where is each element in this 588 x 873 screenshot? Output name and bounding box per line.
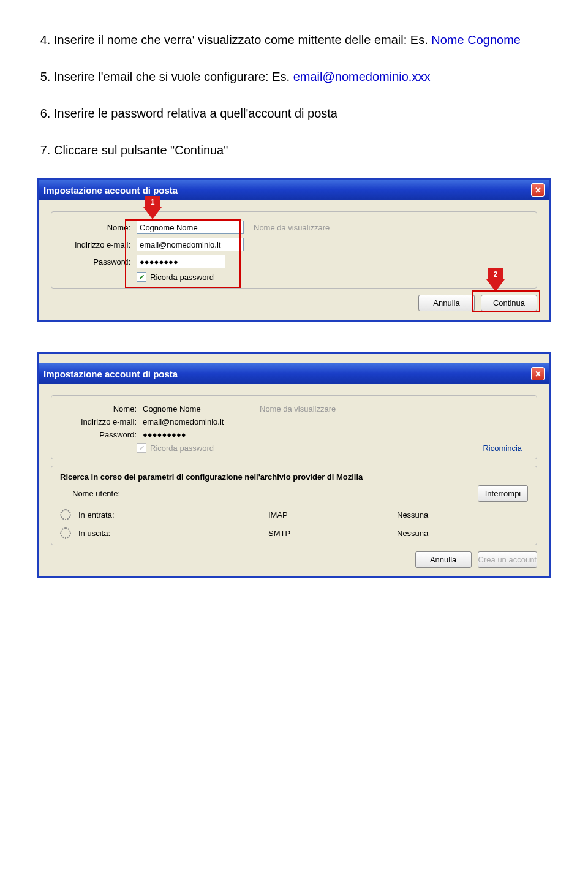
callout-frame-1 bbox=[125, 219, 241, 288]
dialog-title: Impostazione account di posta bbox=[43, 185, 178, 195]
cancel-button[interactable]: Annulla bbox=[415, 551, 472, 568]
incoming-security: Nessuna bbox=[397, 510, 428, 520]
interrupt-button[interactable]: Interrompi bbox=[478, 485, 528, 502]
outgoing-protocol: SMTP bbox=[268, 529, 397, 538]
callout-frame-2 bbox=[472, 290, 540, 312]
instruction-text: Inserire l'email che si vuole configurar… bbox=[54, 70, 293, 83]
restart-link[interactable]: Ricomincia bbox=[483, 444, 522, 453]
callout-arrow-1: 1 bbox=[143, 196, 162, 219]
dialog-account-setup-2: Impostazione account di posta ✕ Nome: Co… bbox=[37, 352, 551, 578]
instruction-example: email@nomedominio.xxx bbox=[293, 70, 431, 83]
titlebar: Impostazione account di posta ✕ bbox=[39, 363, 549, 384]
close-icon[interactable]: ✕ bbox=[531, 183, 545, 197]
close-icon[interactable]: ✕ bbox=[531, 367, 545, 380]
email-label: Indirizzo e-mail: bbox=[60, 417, 143, 426]
search-panel: Ricerca in corso dei parametri di config… bbox=[51, 466, 537, 545]
instruction-item-4: Inserire il nome che verra' visualizzato… bbox=[54, 31, 551, 49]
dialog-title: Impostazione account di posta bbox=[43, 369, 178, 379]
instruction-example: Nome Cognome bbox=[431, 33, 521, 47]
incoming-protocol: IMAP bbox=[268, 510, 397, 520]
name-hint: Nome da visualizzare bbox=[254, 223, 330, 232]
instruction-text: Inserire il nome che verra' visualizzato… bbox=[54, 33, 431, 47]
spinner-icon bbox=[60, 527, 71, 539]
remember-label: Ricorda password bbox=[150, 444, 214, 453]
email-value: email@nomedominio.it bbox=[143, 417, 224, 426]
username-label: Nome utente: bbox=[72, 489, 120, 498]
svg-text:2: 2 bbox=[494, 270, 498, 279]
cancel-button[interactable]: Annulla bbox=[418, 295, 475, 311]
password-value: ●●●●●●●●● bbox=[143, 430, 186, 439]
instruction-item-5: Inserire l'email che si vuole configurar… bbox=[54, 67, 551, 86]
outgoing-security: Nessuna bbox=[397, 529, 428, 538]
outgoing-label: In uscita: bbox=[78, 529, 110, 538]
instruction-item-6: Inserire le password relativa a quell'ac… bbox=[54, 104, 551, 123]
dialog-account-setup-1: Impostazione account di posta ✕ 1 Nome: … bbox=[37, 178, 551, 322]
create-account-button: Crea un account bbox=[478, 551, 537, 568]
instruction-item-7: Cliccare sul pulsante "Continua" bbox=[54, 141, 551, 159]
name-label: Nome: bbox=[60, 404, 143, 414]
name-hint: Nome da visualizzare bbox=[260, 404, 336, 414]
name-value: Cognome Nome bbox=[143, 404, 250, 414]
instruction-text: Cliccare sul pulsante "Continua" bbox=[54, 143, 228, 157]
incoming-label: In entrata: bbox=[78, 510, 115, 520]
search-status-text: Ricerca in corso dei parametri di config… bbox=[60, 472, 528, 482]
remember-checkbox-disabled: ✔ bbox=[137, 443, 146, 453]
callout-arrow-2: 2 bbox=[486, 268, 505, 292]
titlebar: Impostazione account di posta ✕ bbox=[39, 180, 549, 200]
password-label: Password: bbox=[60, 430, 143, 439]
cropped-top bbox=[39, 354, 549, 363]
instruction-list: Inserire il nome che verra' visualizzato… bbox=[37, 31, 551, 159]
instruction-text: Inserire le password relativa a quell'ac… bbox=[54, 107, 337, 120]
spinner-icon bbox=[60, 509, 71, 520]
svg-text:1: 1 bbox=[151, 198, 155, 206]
